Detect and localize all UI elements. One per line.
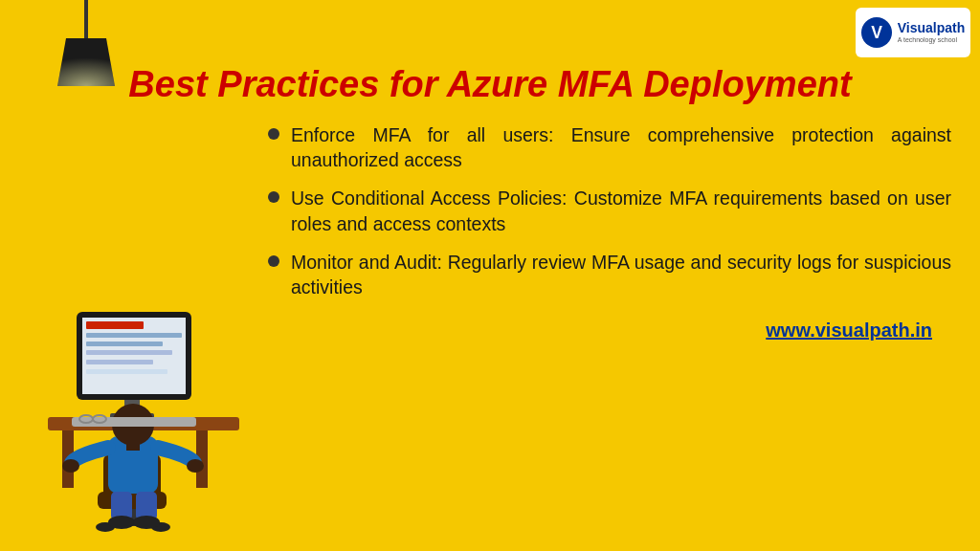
- website-url[interactable]: www.visualpath.in: [766, 320, 932, 341]
- bullet-dot-1: [268, 128, 279, 140]
- title-bar: Best Practices for Azure MFA Deployment: [0, 57, 980, 113]
- page-title: Best Practices for Azure MFA Deployment: [19, 65, 961, 105]
- illustration-area: [10, 113, 258, 541]
- bullet-dot-2: [268, 191, 279, 203]
- svg-rect-13: [86, 360, 153, 364]
- svg-point-32: [133, 516, 160, 529]
- svg-rect-10: [86, 333, 182, 338]
- bullet-item-1: Enforce MFA for all users: Ensure compre…: [268, 122, 951, 173]
- bullet-dot-3: [268, 255, 279, 267]
- slide: V Visualpath A technology school Best Pr…: [0, 0, 980, 551]
- bullet-list: Enforce MFA for all users: Ensure compre…: [258, 113, 970, 541]
- person-at-desk-illustration: [19, 207, 249, 532]
- svg-point-24: [187, 459, 204, 473]
- svg-rect-22: [126, 441, 140, 451]
- bullet-text-2: Use Conditional Access Policies: Customi…: [291, 186, 951, 236]
- svg-rect-12: [86, 350, 172, 355]
- website-link-area[interactable]: www.visualpath.in: [268, 320, 951, 342]
- bullet-text-3: Monitor and Audit: Regularly review MFA …: [291, 250, 951, 300]
- svg-point-23: [62, 459, 79, 473]
- svg-rect-9: [86, 321, 144, 329]
- main-content: Enforce MFA for all users: Ensure compre…: [0, 113, 980, 551]
- logo-icon: V: [861, 17, 892, 48]
- logo-title: Visualpath: [898, 21, 966, 35]
- svg-point-31: [108, 516, 135, 529]
- svg-rect-14: [86, 369, 167, 374]
- bullet-item-2: Use Conditional Access Policies: Customi…: [268, 186, 951, 236]
- bullet-text-1: Enforce MFA for all users: Ensure compre…: [291, 122, 951, 173]
- logo: V Visualpath A technology school: [856, 8, 970, 57]
- bullet-item-3: Monitor and Audit: Regularly review MFA …: [268, 250, 951, 300]
- svg-rect-11: [86, 342, 163, 346]
- logo-subtitle: A technology school: [898, 36, 966, 44]
- svg-text:V: V: [871, 23, 882, 42]
